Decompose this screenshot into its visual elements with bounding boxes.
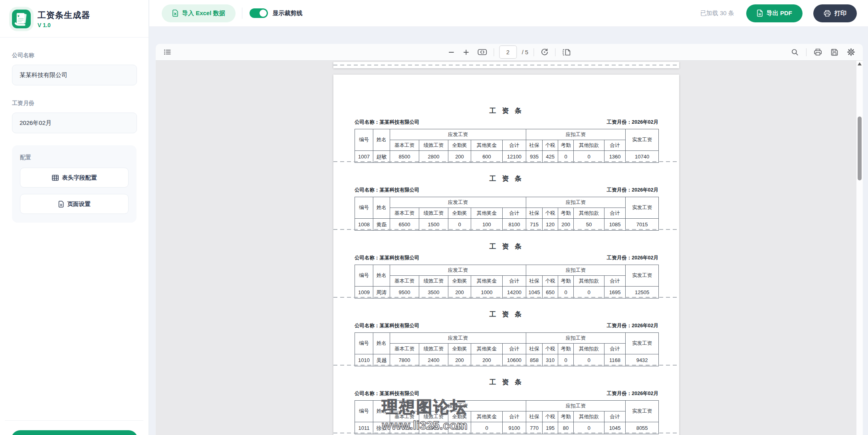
slip-meta: 公司名称：某某科技有限公司 工资月份：2026年02月	[355, 119, 658, 126]
rotate-icon	[540, 48, 549, 56]
slip-company: 公司名称：某某科技有限公司	[355, 322, 420, 329]
import-excel-button[interactable]: 导入 Excel 数据	[162, 4, 236, 22]
save-button[interactable]	[829, 47, 840, 57]
slip-month: 工资月份：2026年02月	[607, 322, 658, 329]
col-name: 姓名	[373, 197, 390, 219]
table-subheader-row: 基本工资 绩效工资 全勤奖 其他奖金 合计 社保 个税 考勤 其他扣款 合计	[355, 276, 659, 287]
income-group-header: 应发工资	[390, 197, 526, 208]
app-root: ¥ 工资条生成器 V 1.0 公司名称 工资月份 配置	[0, 0, 868, 435]
export-pdf-button[interactable]: 导出 PDF	[746, 4, 803, 22]
brand-text: 工资条生成器 V 1.0	[38, 10, 90, 28]
slip-title: 工 资 条	[355, 242, 658, 251]
salary-table: 编号 姓名 应发工资 应扣工资 实发工资 基本工资 绩效工资 全勤奖 其他奖金 …	[355, 197, 659, 231]
zoom-out-button[interactable]	[446, 47, 456, 57]
deduct-group-header: 应扣工资	[526, 129, 626, 140]
col-id: 编号	[355, 265, 373, 287]
slip-company: 公司名称：某某科技有限公司	[355, 255, 420, 261]
toggle-knob	[260, 10, 267, 17]
search-button[interactable]	[790, 47, 800, 57]
settings-button[interactable]	[846, 47, 856, 57]
col-net: 实发工资	[626, 333, 659, 354]
salary-table: 编号 姓名 应发工资 应扣工资 实发工资 基本工资 绩效工资 全勤奖 其他奖金 …	[355, 129, 659, 163]
print-button[interactable]: 打印	[813, 4, 857, 22]
printer-icon	[824, 10, 831, 17]
slip-meta: 公司名称：某某科技有限公司 工资月份：2026年02月	[355, 322, 658, 329]
toolbar-divider	[806, 48, 807, 56]
page-settings-button[interactable]: 页面设置	[20, 194, 129, 214]
svg-text:¥: ¥	[18, 14, 20, 18]
crop-lines-toggle[interactable]	[250, 8, 268, 18]
slip-company: 公司名称：某某科技有限公司	[355, 390, 420, 397]
table-data-row: 1007 赵敏 8500 2800 200 600 12100 935 425 …	[355, 151, 659, 163]
salary-table: 编号 姓名 应发工资 应扣工资 实发工资 基本工资 绩效工资 全勤奖 其他奖金 …	[355, 265, 659, 299]
vertical-scrollbar	[856, 61, 863, 435]
slip-title: 工 资 条	[355, 378, 658, 387]
pdf-toolbar: / 5	[156, 44, 863, 61]
table-data-row: 1009 周涛 9500 3500 200 1000 14200 1045 65…	[355, 287, 659, 299]
salary-month-label: 工资月份	[12, 100, 137, 107]
col-net: 实发工资	[626, 265, 659, 287]
deduct-group-header: 应扣工资	[526, 197, 626, 208]
slip-title: 工 资 条	[355, 310, 658, 319]
fit-width-button[interactable]	[476, 47, 488, 57]
col-id: 编号	[355, 333, 373, 354]
sidebar: ¥ 工资条生成器 V 1.0 公司名称 工资月份 配置	[0, 0, 149, 435]
table-header-row: 编号 姓名 应发工资 应扣工资 实发工资	[355, 197, 659, 208]
zoom-in-button[interactable]	[461, 47, 471, 57]
income-group-header: 应发工资	[390, 129, 526, 140]
rotate-button[interactable]	[539, 47, 550, 57]
topbar-divider	[242, 8, 242, 19]
search-icon	[791, 48, 799, 56]
sidebar-bottom-divider	[5, 420, 143, 421]
sidebar-toggle-button[interactable]	[162, 47, 173, 57]
viewer-print-button[interactable]	[813, 47, 823, 57]
page-view-button[interactable]	[561, 47, 572, 57]
table-subheader-row: 基本工资 绩效工资 全勤奖 其他奖金 合计 社保 个税 考勤 其他扣款 合计	[355, 344, 659, 354]
pdf-toolbar-right	[790, 47, 856, 57]
sidebar-divider	[0, 37, 149, 38]
config-card: 配置 表头字段配置 页面设置	[12, 145, 137, 223]
cut-line	[333, 65, 679, 65]
generate-button[interactable]	[11, 430, 138, 435]
col-net: 实发工资	[626, 197, 659, 219]
print-label: 打印	[834, 10, 846, 17]
salary-table: 编号 姓名 应发工资 应扣工资 实发工资 基本工资 绩效工资 全勤奖 其他奖金 …	[355, 400, 659, 434]
salary-slip: 工 资 条 公司名称：某某科技有限公司 工资月份：2026年02月 编号 姓名 …	[333, 366, 679, 433]
minus-icon	[448, 49, 455, 56]
slip-company: 公司名称：某某科技有限公司	[355, 119, 420, 126]
slip-month: 工资月份：2026年02月	[607, 255, 658, 261]
salary-slip: 工 资 条 公司名称：某某科技有限公司 工资月份：2026年02月 编号 姓名 …	[333, 230, 679, 298]
scrollbar-thumb[interactable]	[858, 117, 862, 180]
page-icon	[58, 201, 64, 208]
slip-meta: 公司名称：某某科技有限公司 工资月份：2026年02月	[355, 255, 658, 261]
page-number-input[interactable]	[499, 45, 517, 59]
topbar: 导入 Excel 数据 显示裁剪线 已加载 30 条 导出 PDF 打印	[149, 0, 868, 27]
slip-month: 工资月份：2026年02月	[607, 119, 658, 126]
month-field: 工资月份	[0, 100, 149, 133]
salary-slip: 工 资 条 公司名称：某某科技有限公司 工资月份：2026年02月 编号 姓名 …	[333, 298, 679, 366]
loaded-status: 已加载 30 条	[700, 10, 734, 17]
pdf-canvas: 工 资 条 公司名称：某某科技有限公司 工资月份：2026年02月 编号 姓名 …	[156, 61, 863, 435]
col-name: 姓名	[373, 265, 390, 287]
toolbar-divider	[555, 48, 555, 56]
crop-lines-toggle-label: 显示裁剪线	[273, 10, 303, 17]
table-data-row: 1010 吴越 7800 2400 200 200 10600 858 310 …	[355, 354, 659, 366]
col-net: 实发工资	[626, 129, 659, 151]
page-total: / 5	[522, 49, 528, 55]
income-group-header: 应发工资	[390, 333, 526, 344]
header-fields-config-button[interactable]: 表头字段配置	[20, 168, 129, 188]
config-label: 配置	[20, 154, 129, 161]
salary-month-input[interactable]	[12, 113, 137, 133]
salary-slip: 工 资 条 公司名称：某某科技有限公司 工资月份：2026年02月 编号 姓名 …	[333, 162, 679, 230]
table-data-row: 1008 黄磊 6500 1500 0 100 8100 715 120 200…	[355, 219, 659, 231]
company-field: 公司名称	[0, 52, 149, 85]
cut-line	[333, 433, 679, 433]
app-title: 工资条生成器	[38, 10, 90, 21]
col-id: 编号	[355, 401, 373, 422]
company-name-input[interactable]	[12, 65, 137, 85]
company-name-label: 公司名称	[12, 52, 137, 59]
import-excel-label: 导入 Excel 数据	[182, 10, 225, 17]
export-pdf-label: 导出 PDF	[767, 10, 792, 17]
slip-meta: 公司名称：某某科技有限公司 工资月份：2026年02月	[355, 390, 658, 397]
scroll-up-arrow-icon[interactable]	[858, 62, 862, 65]
